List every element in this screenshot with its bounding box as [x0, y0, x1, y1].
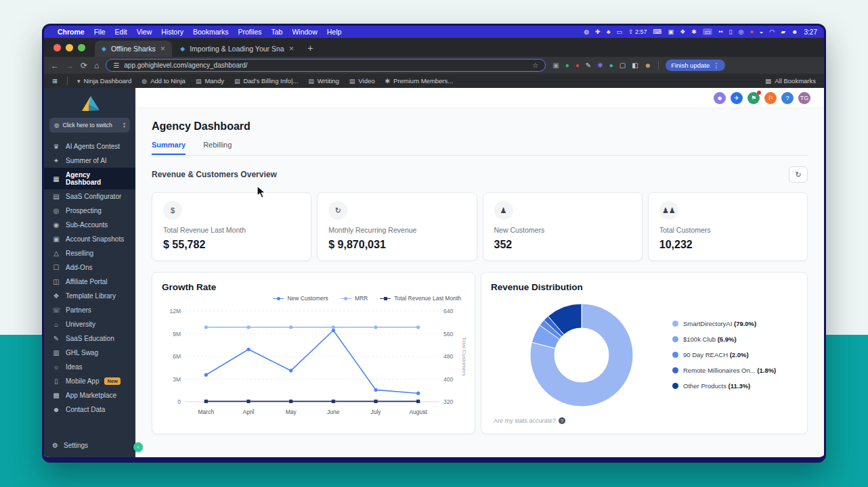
menu-item-edit[interactable]: Edit	[115, 28, 127, 36]
pen-extension-icon[interactable]: ✎	[586, 62, 591, 69]
revenue-donut-chart[interactable]	[525, 299, 638, 411]
user-menu-icon[interactable]: ☻	[791, 28, 798, 35]
site-settings-icon[interactable]: ☰	[113, 62, 119, 69]
browser-tab-0[interactable]: ◆Offline Sharks✕	[95, 41, 172, 57]
utility-icon[interactable]: ✱	[691, 28, 697, 35]
loom-extension-icon[interactable]: ●	[576, 62, 580, 69]
side-panel-icon[interactable]: ◧	[632, 62, 638, 69]
bookmark-item[interactable]: ▤Mandy	[196, 77, 224, 85]
teal-extension-icon[interactable]: ●	[609, 62, 613, 69]
sidebar-item-mobile-app[interactable]: ▯Mobile AppNew	[44, 374, 135, 388]
bookmark-item[interactable]: ▾Ninja Dashboard	[77, 77, 131, 85]
sidebar-item-template-library[interactable]: ❖Template Library	[44, 289, 135, 303]
user-avatar[interactable]: TG	[798, 92, 810, 104]
bookmark-item[interactable]: ✱Premium Members...	[385, 77, 454, 85]
growth-line-chart[interactable]: 03M6M9M12M320400480560640Total Customers…	[162, 303, 466, 419]
menu-item-tab[interactable]: Tab	[271, 28, 282, 36]
sidebar-item-partners[interactable]: ☏Partners	[44, 303, 135, 317]
bookmark-item[interactable]: ▤Wrtiting	[308, 77, 339, 85]
sidebar-item-account-snapshots[interactable]: ▣Account Snapshots	[44, 232, 135, 246]
sidebar-item-agency-dashboard[interactable]: ▦Agency Dashboard	[44, 168, 135, 189]
menu-item-window[interactable]: Window	[292, 28, 317, 36]
forward-button[interactable]: →	[66, 61, 74, 70]
evernote-extension-icon[interactable]: ●	[565, 62, 569, 69]
pie-legend-item[interactable]: $100k Club (5.9%)	[672, 335, 798, 343]
screenshot-extension-icon[interactable]: ▣	[552, 62, 559, 69]
sidebar-item-settings[interactable]: ⚙ Settings	[44, 436, 135, 450]
pie-legend-item[interactable]: SmartDirectoryAI (79.0%)	[672, 320, 798, 327]
account-icon[interactable]: ☻	[714, 92, 726, 104]
launch-icon[interactable]: ✈	[731, 92, 743, 104]
account-switcher[interactable]: ◎ Click here to switch ▴▾	[49, 118, 130, 133]
address-bar[interactable]: ☰ app.gohighlevel.com/agency_dashboard/ …	[106, 59, 546, 72]
refresh-button[interactable]: ↻	[789, 166, 808, 183]
home-button[interactable]: ⌂	[94, 61, 99, 70]
clipboard-extension-icon[interactable]: ▢	[620, 62, 626, 69]
all-bookmarks-button[interactable]: ▤ All Bookmarks	[765, 77, 816, 85]
sidebar-item-summer-of-ai[interactable]: ✦Summer of AI	[44, 154, 135, 168]
app-icon[interactable]: ♣	[607, 28, 611, 35]
sidebar-item-saas-configurator[interactable]: ▤SaaS Configurator	[44, 189, 135, 204]
share-network-icon[interactable]: ✚	[595, 28, 601, 35]
purple-extension-icon[interactable]: ✱	[597, 62, 603, 69]
sidebar-item-reselling[interactable]: △Reselling	[44, 246, 135, 260]
wifi-icon[interactable]: ◠	[769, 28, 775, 35]
menu-item-view[interactable]: View	[137, 28, 152, 36]
display-icon[interactable]: ▯	[729, 28, 733, 35]
sidebar-item-affiliate-portal[interactable]: ◫Affiliate Portal	[44, 275, 135, 289]
browser-tab-1[interactable]: ◆Importing & Loading Your Sna✕	[173, 41, 301, 57]
reload-button[interactable]: ⟳	[81, 61, 87, 70]
menu-item-help[interactable]: Help	[327, 28, 342, 36]
apps-grid-icon[interactable]: ⊞	[52, 77, 58, 85]
menu-item-history[interactable]: History	[161, 28, 183, 36]
close-tab-icon[interactable]: ✕	[289, 45, 295, 52]
battery-icon[interactable]: ▰	[781, 28, 785, 35]
new-tab-button[interactable]: +	[307, 43, 313, 53]
minimize-window-button[interactable]	[66, 44, 73, 51]
sidebar-item-sub-accounts[interactable]: ◉Sub-Accounts	[44, 218, 135, 232]
zoom-window-button[interactable]	[78, 44, 85, 51]
menu-item-file[interactable]: File	[94, 28, 106, 36]
sidebar-item-ghl-swag[interactable]: ▥GHL Swag	[44, 346, 135, 360]
vpn-icon[interactable]: ◒	[760, 28, 763, 35]
sidebar-collapse-button[interactable]: ‹	[133, 442, 143, 452]
help-icon[interactable]: ?	[781, 92, 794, 104]
close-tab-icon[interactable]: ✕	[160, 45, 166, 52]
keyboard-icon[interactable]: ⌨	[653, 28, 662, 35]
pie-legend-item[interactable]: 90 Day REACH (2.0%)	[672, 351, 798, 358]
notifications-bell-icon[interactable]: ⚐	[764, 92, 777, 104]
sidebar-item-app-marketplace[interactable]: ▩App Marketplace	[44, 388, 135, 402]
menu-item-chrome[interactable]: Chrome	[58, 28, 85, 36]
back-button[interactable]: ←	[51, 61, 59, 70]
sidebar-item-ideas[interactable]: ☼Ideas	[44, 360, 135, 374]
sidebar-item-saas-education[interactable]: ✎SaaS Education	[44, 331, 135, 346]
announcements-icon[interactable]: ⚑	[747, 92, 760, 104]
red-app-icon[interactable]: ●	[750, 28, 753, 35]
camera-box-icon[interactable]: ▣	[668, 28, 674, 35]
pie-legend-item[interactable]: Remote Millionaires On... (1.8%)	[672, 367, 798, 374]
sidebar-item-add-ons[interactable]: ☐Add-Ons	[44, 260, 135, 275]
profile-avatar-icon[interactable]: ☻	[645, 62, 652, 69]
tab-summary[interactable]: Summary	[152, 141, 186, 155]
sidebar-item-prospecting[interactable]: ◎Prospecting	[44, 204, 135, 218]
bookmark-item[interactable]: ▤Dad's Billing Info|...	[234, 77, 298, 85]
menu-item-bookmarks[interactable]: Bookmarks	[193, 28, 229, 36]
screen-record-icon[interactable]: ▭	[703, 28, 713, 35]
sidebar-item-contact-data[interactable]: ☻Contact Data	[44, 402, 135, 417]
timer-icon[interactable]: ⇪ 2:57	[628, 28, 647, 35]
finish-update-button[interactable]: Finish update ⋮	[666, 60, 725, 71]
headphones-icon[interactable]: ◍	[584, 28, 589, 35]
tab-rebilling[interactable]: Rebilling	[203, 141, 232, 155]
sidebar-item-ai-agents-contest[interactable]: ♛AI Agents Contest	[44, 139, 135, 154]
close-window-button[interactable]	[53, 44, 61, 51]
menu-item-profiles[interactable]: Profiles	[238, 28, 261, 36]
bookmark-star-icon[interactable]: ☆	[532, 62, 538, 69]
question-icon[interactable]: ?	[559, 417, 565, 424]
dots-icon[interactable]: ••	[718, 28, 722, 35]
pie-legend-item[interactable]: Other Products (11.3%)	[672, 382, 798, 390]
dropbox-icon[interactable]: ❖	[680, 28, 685, 35]
windows-icon[interactable]: ▭	[617, 28, 623, 35]
sidebar-item-university[interactable]: ⌂University	[44, 317, 135, 331]
bookmark-item[interactable]: ◍Add to Ninja	[142, 77, 186, 85]
spotlight-icon[interactable]: ◎	[739, 28, 744, 35]
